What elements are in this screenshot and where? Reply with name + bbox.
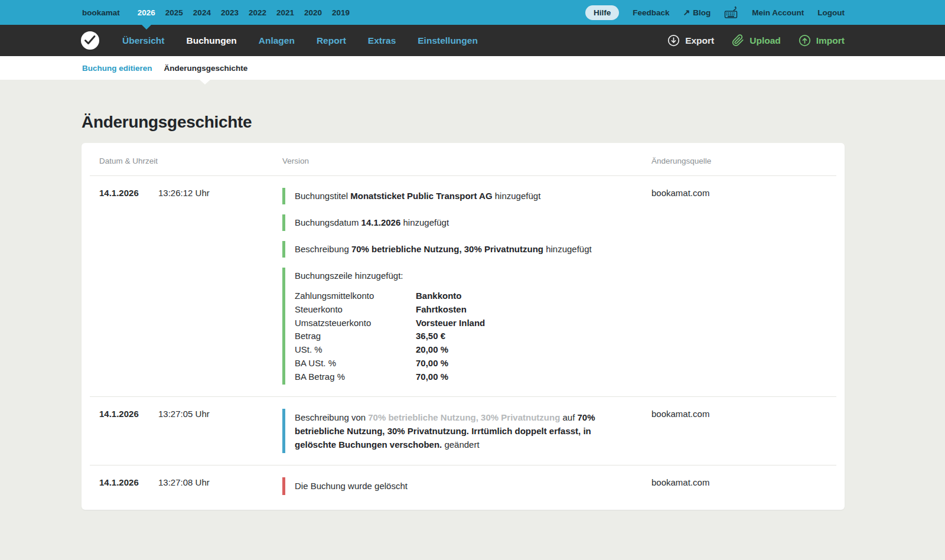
booking-field: BA USt. %70,00 % <box>295 357 651 370</box>
keyboard-shortcuts-icon[interactable] <box>724 6 738 19</box>
tab-aenderungsgeschichte[interactable]: Änderungsgeschichte <box>164 64 248 73</box>
sub-navbar: Buchung editieren Änderungsgeschichte <box>0 56 945 80</box>
upload-button[interactable]: Upload <box>732 34 781 47</box>
table-row: 14.1.202613:26:12 Uhr Buchungstitel Mona… <box>90 175 836 396</box>
table-header: Datum & Uhrzeit Version Änderungsquelle <box>90 143 836 175</box>
field-value: Fahrtkosten <box>416 303 467 317</box>
booking-line-fields: ZahlungsmittelkontoBankkonto Steuerkonto… <box>295 289 651 384</box>
tab-buchung-editieren[interactable]: Buchung editieren <box>82 64 152 73</box>
main-content: Änderungsgeschichte Datum & Uhrzeit Vers… <box>0 80 945 510</box>
export-button[interactable]: Export <box>667 34 714 47</box>
row-time: 13:26:12 Uhr <box>158 188 210 198</box>
logout-link[interactable]: Logout <box>817 8 845 17</box>
field-value: 70,00 % <box>416 357 448 370</box>
source-cell: bookamat.com <box>651 188 827 385</box>
nav-anlagen[interactable]: Anlagen <box>259 35 295 46</box>
field-value: Vorsteuer Inland <box>416 317 485 330</box>
datetime-cell: 14.1.202613:27:05 Uhr <box>99 409 282 453</box>
field-label: Betrag <box>295 330 416 343</box>
source-cell: bookamat.com <box>651 477 827 495</box>
year-2024[interactable]: 2024 <box>193 8 211 17</box>
row-time: 13:27:08 Uhr <box>158 477 210 487</box>
version-cell: Die Buchung wurde gelöscht <box>282 477 651 495</box>
nav-actions: Export Upload Import <box>667 34 845 47</box>
field-label: USt. % <box>295 343 416 357</box>
version-entry-added: Buchungstitel Monatsticket Public Transp… <box>282 188 651 204</box>
col-header-version: Version <box>282 157 651 165</box>
entry-text: auf <box>560 412 577 422</box>
row-date: 14.1.2026 <box>99 477 158 487</box>
booking-field: Betrag36,50 € <box>295 330 651 343</box>
year-2023[interactable]: 2023 <box>221 8 239 17</box>
year-2022[interactable]: 2022 <box>249 8 266 17</box>
entry-text: hinzugefügt <box>493 191 541 201</box>
version-entry-deleted: Die Buchung wurde gelöscht <box>282 477 651 495</box>
entry-text: Beschreibung <box>295 244 351 254</box>
datetime-cell: 14.1.202613:26:12 Uhr <box>99 188 282 385</box>
nav-einstellungen[interactable]: Einstellungen <box>418 35 478 46</box>
entry-text: Beschreibung von <box>295 412 368 422</box>
help-button[interactable]: Hilfe <box>585 5 619 20</box>
entry-value: 70% betriebliche Nutzung, 30% Privatnutz… <box>351 244 543 254</box>
upload-label: Upload <box>750 35 781 46</box>
field-label: Steuerkonto <box>295 303 416 317</box>
entry-text: hinzugefügt <box>400 217 449 227</box>
entry-value: 14.1.2026 <box>361 217 401 227</box>
booking-line-intro: Buchungszeile hinzugefügt: <box>295 268 651 284</box>
version-cell: Beschreibung von 70% betriebliche Nutzun… <box>282 409 651 453</box>
entry-text: Buchungsdatum <box>295 217 361 227</box>
topbar-right: Hilfe Feedback ↗Blog Mein Account Logout <box>585 5 845 20</box>
nav-buchungen[interactable]: Buchungen <box>187 35 237 46</box>
field-label: BA USt. % <box>295 357 416 370</box>
app-logo-icon[interactable] <box>81 31 99 50</box>
year-2025[interactable]: 2025 <box>165 8 183 17</box>
year-2026[interactable]: 2026 <box>138 8 155 17</box>
blog-link[interactable]: ↗Blog <box>683 8 711 17</box>
col-header-source: Änderungsquelle <box>651 157 827 165</box>
active-year-caret <box>142 25 151 30</box>
paperclip-icon <box>732 34 744 47</box>
source-cell: bookamat.com <box>651 409 827 453</box>
row-date: 14.1.2026 <box>99 188 158 198</box>
table-row: 14.1.202613:27:05 Uhr Beschreibung von 7… <box>90 396 836 465</box>
version-entry-booking-line: Buchungszeile hinzugefügt: Zahlungsmitte… <box>282 268 651 385</box>
blog-label: Blog <box>693 8 711 17</box>
booking-field: SteuerkontoFahrtkosten <box>295 303 651 317</box>
booking-field: USt. %20,00 % <box>295 343 651 357</box>
field-label: Umsatzsteuerkonto <box>295 317 416 330</box>
col-header-datetime: Datum & Uhrzeit <box>99 157 282 165</box>
entry-value: Monatsticket Public Transport AG <box>350 191 492 201</box>
nav-report[interactable]: Report <box>317 35 346 46</box>
booking-field: UmsatzsteuerkontoVorsteuer Inland <box>295 317 651 330</box>
nav-extras[interactable]: Extras <box>368 35 396 46</box>
brand-link[interactable]: bookamat <box>82 8 120 17</box>
entry-text: hinzugefügt <box>543 244 592 254</box>
year-2019[interactable]: 2019 <box>332 8 350 17</box>
version-entry-added: Beschreibung 70% betriebliche Nutzung, 3… <box>282 241 651 258</box>
entry-text: Buchungstitel <box>295 191 350 201</box>
field-label: BA Betrag % <box>295 370 416 384</box>
account-link[interactable]: Mein Account <box>752 8 804 17</box>
year-nav: 2026 2025 2024 2023 2022 2021 2020 2019 <box>138 8 350 17</box>
external-arrow-icon: ↗ <box>683 8 690 17</box>
field-value: Bankkonto <box>416 289 462 303</box>
booking-field: ZahlungsmittelkontoBankkonto <box>295 289 651 303</box>
upload-circle-icon <box>799 34 811 47</box>
field-value: 70,00 % <box>416 370 448 384</box>
datetime-cell: 14.1.202613:27:08 Uhr <box>99 477 282 495</box>
field-label: Zahlungsmittelkonto <box>295 289 416 303</box>
active-tab-caret <box>200 80 210 84</box>
year-2021[interactable]: 2021 <box>276 8 294 17</box>
nav-uebersicht[interactable]: Übersicht <box>122 35 165 46</box>
year-toolbar: bookamat 2026 2025 2024 2023 2022 2021 2… <box>0 0 945 25</box>
version-cell: Buchungstitel Monatsticket Public Transp… <box>282 188 651 385</box>
import-button[interactable]: Import <box>799 34 845 47</box>
version-entry-added: Buchungsdatum 14.1.2026 hinzugefügt <box>282 214 651 231</box>
field-value: 36,50 € <box>416 330 445 343</box>
entry-text: geändert <box>442 439 479 450</box>
import-label: Import <box>816 35 845 46</box>
history-card: Datum & Uhrzeit Version Änderungsquelle … <box>82 143 845 510</box>
year-2020[interactable]: 2020 <box>304 8 322 17</box>
feedback-link[interactable]: Feedback <box>633 8 669 17</box>
version-entry-changed: Beschreibung von 70% betriebliche Nutzun… <box>282 409 625 453</box>
